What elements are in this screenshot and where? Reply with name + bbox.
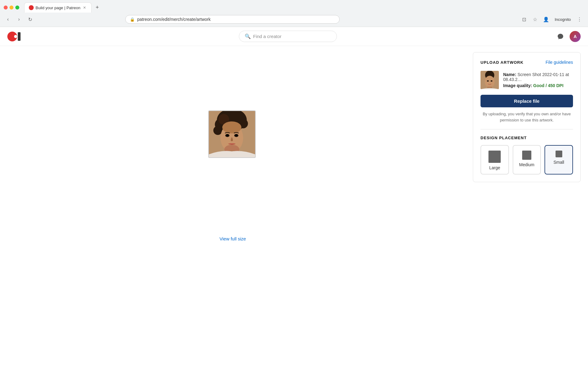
cast-icon[interactable]: ⊡ <box>519 14 529 24</box>
tab-bar: Build your page | Patreon ✕ + <box>0 0 588 13</box>
artwork-thumbnail <box>208 110 256 158</box>
file-name-row: Name: Screen Shot 2022-01-11 at 08.43.2… <box>503 72 573 82</box>
url-text: patreon.com/edit/merch/create/artwork <box>137 17 211 22</box>
file-quality-row: Image quality: Good / 450 DPI <box>503 83 573 88</box>
browser-actions: ⊡ ☆ 👤 Incognito ⋮ <box>519 14 584 24</box>
artwork-placement-area <box>208 110 257 159</box>
placement-option-small[interactable]: Small <box>545 145 573 174</box>
view-full-size-link[interactable]: View full size <box>220 236 246 241</box>
svg-point-17 <box>485 76 495 88</box>
file-name-label: Name: <box>503 72 516 77</box>
small-square-icon <box>556 151 562 157</box>
placement-label-medium: Medium <box>519 162 534 167</box>
main-content: View full size UPLOAD ARTWORK File guide… <box>0 46 588 368</box>
patreon-logo[interactable] <box>7 32 21 41</box>
replace-file-button[interactable]: Replace file <box>481 95 573 107</box>
maximize-traffic-light[interactable] <box>15 6 19 10</box>
svg-point-18 <box>487 80 489 82</box>
chat-button[interactable] <box>555 31 566 42</box>
file-thumbnail <box>481 71 499 89</box>
large-square-icon <box>488 151 501 163</box>
svg-point-11 <box>226 134 228 136</box>
section-divider <box>481 129 573 129</box>
svg-point-4 <box>213 126 222 135</box>
tab-close-button[interactable]: ✕ <box>82 5 87 10</box>
new-tab-button[interactable]: + <box>93 3 101 12</box>
placement-option-large[interactable]: Large <box>481 145 509 174</box>
bookmark-icon[interactable]: ☆ <box>530 14 540 24</box>
minimize-traffic-light[interactable] <box>9 6 13 10</box>
placement-label-large: Large <box>489 165 500 170</box>
more-options-icon[interactable]: ⋮ <box>575 14 584 24</box>
large-placement-icon <box>488 151 501 163</box>
file-quality-value: Good / 450 DPI <box>533 83 564 88</box>
avatar[interactable]: A <box>570 31 581 42</box>
avatar-initials: A <box>574 34 577 39</box>
placement-label-small: Small <box>553 160 564 165</box>
upload-disclaimer: By uploading, you verify that you own an… <box>481 111 573 123</box>
upload-section-title: UPLOAD ARTWORK <box>481 60 523 65</box>
placement-option-medium[interactable]: Medium <box>513 145 541 174</box>
svg-point-19 <box>491 80 492 82</box>
address-bar: ‹ › ↻ 🔒 patreon.com/edit/merch/create/ar… <box>0 13 588 27</box>
product-preview <box>156 58 309 212</box>
browser-chrome: Build your page | Patreon ✕ + ‹ › ↻ 🔒 pa… <box>0 0 588 27</box>
file-details: Name: Screen Shot 2022-01-11 at 08.43.2…… <box>503 72 573 88</box>
file-thumbnail-image <box>481 71 499 89</box>
traffic-lights <box>4 6 19 10</box>
page-header: 🔍 Find a creator A <box>0 27 588 46</box>
canvas-area: View full size <box>0 46 466 368</box>
search-input[interactable]: Find a creator <box>253 34 282 39</box>
forward-button[interactable]: › <box>15 15 23 24</box>
back-button[interactable]: ‹ <box>4 15 12 24</box>
close-traffic-light[interactable] <box>4 6 8 10</box>
tab-favicon <box>29 5 34 10</box>
active-tab[interactable]: Build your page | Patreon ✕ <box>24 2 92 13</box>
design-placement-title: DESIGN PLACEMENT <box>481 136 573 140</box>
svg-point-12 <box>236 134 237 136</box>
profile-icon[interactable]: 👤 <box>541 14 551 24</box>
upload-section-header: UPLOAD ARTWORK File guidelines <box>481 60 573 65</box>
search-bar[interactable]: 🔍 Find a creator <box>239 31 337 42</box>
incognito-badge: Incognito <box>552 16 573 23</box>
incognito-label: Incognito <box>555 17 571 22</box>
file-info: Name: Screen Shot 2022-01-11 at 08.43.2…… <box>481 71 573 89</box>
file-guidelines-link[interactable]: File guidelines <box>546 60 573 65</box>
artwork-image <box>209 111 255 157</box>
tab-title: Build your page | Patreon <box>36 6 80 10</box>
svg-point-8 <box>222 121 241 133</box>
file-quality-label: Image quality: <box>503 83 532 88</box>
medium-square-icon <box>522 151 531 160</box>
lock-icon: 🔒 <box>130 17 135 22</box>
medium-placement-icon <box>522 151 531 160</box>
patreon-bar-logo <box>18 32 21 41</box>
placement-options: Large Medium Small <box>481 145 573 174</box>
header-icons: A <box>555 31 581 42</box>
url-bar[interactable]: 🔒 patreon.com/edit/merch/create/artwork <box>125 15 340 24</box>
chat-icon <box>557 33 564 40</box>
small-placement-icon <box>556 151 562 157</box>
right-panel: UPLOAD ARTWORK File guidelines <box>466 46 588 368</box>
upload-section: UPLOAD ARTWORK File guidelines <box>473 52 581 182</box>
patreon-circle-logo <box>7 32 17 41</box>
search-icon: 🔍 <box>245 33 251 39</box>
reload-button[interactable]: ↻ <box>26 15 34 24</box>
